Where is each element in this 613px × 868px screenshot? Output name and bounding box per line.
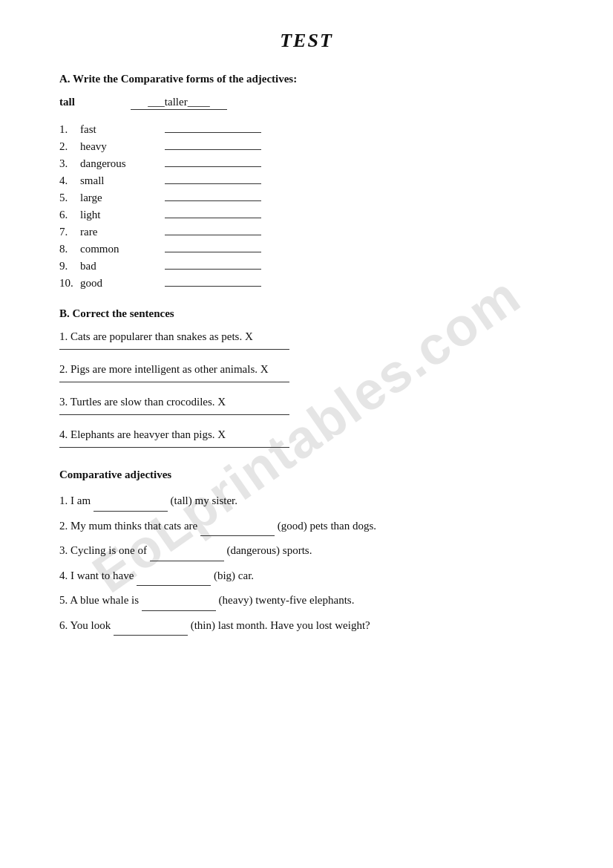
- adj-number: 7.: [59, 226, 80, 238]
- correction-item: 2. Pigs are more intelligent as other an…: [59, 363, 554, 382]
- fill-blank[interactable]: [114, 616, 188, 636]
- adj-blank[interactable]: [165, 218, 261, 218]
- correction-item: 3. Turtles are slow than crocodiles. X: [59, 396, 554, 415]
- adj-blank[interactable]: [165, 132, 261, 133]
- correction-blank[interactable]: [59, 349, 289, 350]
- adjective-item: 3. dangerous: [59, 157, 554, 170]
- adjective-list: 1. fast 2. heavy 3. dangerous 4. small 5…: [59, 123, 554, 290]
- adj-word: good: [80, 277, 162, 290]
- adj-blank[interactable]: [165, 269, 261, 270]
- section-c-items: 1. I am (tall) my sister.2. My mum think…: [59, 492, 554, 636]
- adj-blank[interactable]: [165, 149, 261, 150]
- adj-number: 2.: [59, 140, 80, 153]
- example-row: tall ___taller____: [59, 96, 554, 110]
- adj-blank[interactable]: [165, 235, 261, 235]
- adj-word: heavy: [80, 140, 162, 153]
- section-a: A. Write the Comparative forms of the ad…: [59, 73, 554, 290]
- fill-hint: (dangerous): [226, 544, 280, 556]
- adj-word: bad: [80, 260, 162, 273]
- fill-item: 6. You look (thin) last month. Have you …: [59, 616, 554, 636]
- section-b-heading: B. Correct the sentences: [59, 307, 554, 320]
- adj-number: 9.: [59, 260, 80, 273]
- adjective-item: 4. small: [59, 174, 554, 187]
- adj-blank[interactable]: [165, 166, 261, 167]
- adj-number: 4.: [59, 174, 80, 187]
- adj-number: 3.: [59, 157, 80, 170]
- fill-item: 1. I am (tall) my sister.: [59, 492, 554, 512]
- fill-blank[interactable]: [200, 517, 275, 537]
- section-b-items: 1. Cats are popularer than snakes as pet…: [59, 330, 554, 448]
- section-c: Comparative adjectives 1. I am (tall) my…: [59, 469, 554, 636]
- adj-blank[interactable]: [165, 286, 261, 287]
- example-answer: ___taller____: [131, 96, 227, 110]
- fill-hint: (heavy): [219, 594, 253, 606]
- adj-word: small: [80, 174, 162, 187]
- adj-number: 8.: [59, 243, 80, 255]
- adj-word: rare: [80, 226, 162, 238]
- fill-blank[interactable]: [150, 541, 224, 561]
- adj-number: 6.: [59, 209, 80, 221]
- adj-blank[interactable]: [165, 183, 261, 184]
- correction-sentence: 2. Pigs are more intelligent as other an…: [59, 363, 554, 376]
- fill-hint: (good): [278, 520, 307, 532]
- adj-word: common: [80, 243, 162, 255]
- adjective-item: 1. fast: [59, 123, 554, 136]
- fill-blank[interactable]: [137, 567, 211, 587]
- section-c-heading: Comparative adjectives: [59, 469, 554, 481]
- fill-item: 5. A blue whale is (heavy) twenty-five e…: [59, 591, 554, 611]
- adj-word: large: [80, 192, 162, 204]
- example-word: tall: [59, 96, 119, 108]
- correction-item: 4. Elephants are heavyer than pigs. X: [59, 428, 554, 448]
- fill-item: 4. I want to have (big) car.: [59, 567, 554, 587]
- correction-blank[interactable]: [59, 447, 289, 448]
- correction-blank[interactable]: [59, 414, 289, 415]
- adjective-item: 2. heavy: [59, 140, 554, 153]
- correction-item: 1. Cats are popularer than snakes as pet…: [59, 330, 554, 350]
- correction-blank[interactable]: [59, 382, 289, 382]
- adjective-item: 10. good: [59, 277, 554, 290]
- section-b: B. Correct the sentences 1. Cats are pop…: [59, 307, 554, 448]
- adj-number: 10.: [59, 277, 80, 290]
- fill-hint: (big): [214, 570, 235, 581]
- fill-hint: (tall): [171, 495, 192, 506]
- adjective-item: 8. common: [59, 243, 554, 255]
- correction-sentence: 4. Elephants are heavyer than pigs. X: [59, 428, 554, 441]
- adj-blank[interactable]: [165, 252, 261, 252]
- adj-word: fast: [80, 123, 162, 136]
- correction-sentence: 1. Cats are popularer than snakes as pet…: [59, 330, 554, 343]
- adjective-item: 6. light: [59, 209, 554, 221]
- adjective-item: 9. bad: [59, 260, 554, 273]
- page-title: TEST: [59, 30, 554, 52]
- fill-item: 3. Cycling is one of (dangerous) sports.: [59, 541, 554, 561]
- section-a-heading: A. Write the Comparative forms of the ad…: [59, 73, 554, 85]
- adj-number: 5.: [59, 192, 80, 204]
- fill-item: 2. My mum thinks that cats are (good) pe…: [59, 517, 554, 537]
- fill-blank[interactable]: [94, 492, 168, 512]
- adjective-item: 7. rare: [59, 226, 554, 238]
- adjective-item: 5. large: [59, 192, 554, 204]
- adj-word: dangerous: [80, 157, 162, 170]
- adj-number: 1.: [59, 123, 80, 136]
- fill-blank[interactable]: [142, 591, 216, 611]
- adj-blank[interactable]: [165, 200, 261, 201]
- fill-hint: (thin): [191, 619, 215, 631]
- correction-sentence: 3. Turtles are slow than crocodiles. X: [59, 396, 554, 408]
- adj-word: light: [80, 209, 162, 221]
